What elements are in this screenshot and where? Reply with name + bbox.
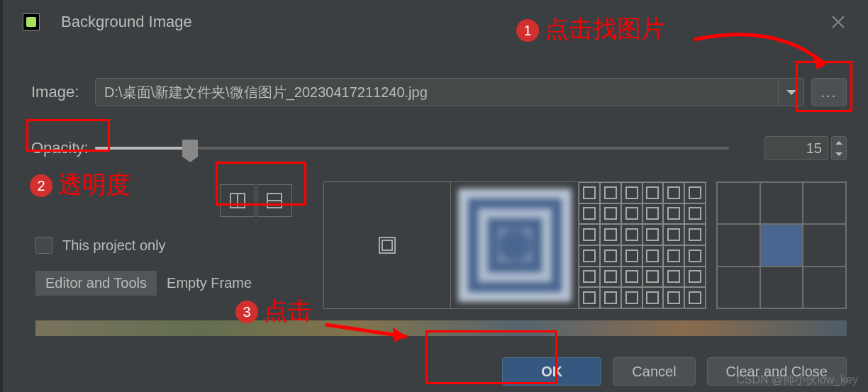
- anchor-r[interactable]: [803, 224, 846, 266]
- preview-strip: [35, 320, 847, 336]
- spinner-down-icon[interactable]: [832, 148, 846, 159]
- tab-editor-tools[interactable]: Editor and Tools: [35, 271, 157, 296]
- svg-marker-0: [813, 55, 825, 69]
- app-icon: [23, 13, 40, 30]
- anchor-tr[interactable]: [803, 182, 846, 224]
- blur-square-icon: [458, 189, 572, 302]
- annotation-text-1: 点击找图片: [545, 13, 665, 45]
- image-row: Image: D:\桌面\新建文件夹\微信图片_20230417211240.j…: [3, 78, 868, 106]
- preview-panels: [323, 181, 706, 309]
- opacity-spinner[interactable]: [831, 136, 847, 160]
- anchor-center[interactable]: [760, 224, 803, 266]
- project-only-label: This project only: [62, 237, 166, 254]
- cancel-button[interactable]: Cancel: [613, 357, 695, 386]
- project-only-checkbox[interactable]: [35, 237, 52, 254]
- close-icon[interactable]: [830, 14, 847, 31]
- fill-mode-center[interactable]: [323, 181, 451, 309]
- annotation-badge-1: 1: [516, 19, 539, 42]
- annotation-text-2: 透明度: [58, 169, 130, 201]
- anchor-br[interactable]: [803, 267, 846, 308]
- anchor-b[interactable]: [760, 267, 803, 308]
- annotation-badge-3: 3: [235, 301, 258, 323]
- image-label: Image:: [3, 83, 95, 101]
- chevron-down-icon[interactable]: [778, 79, 803, 106]
- split-horizontal-button[interactable]: [257, 184, 292, 217]
- tab-empty-frame[interactable]: Empty Frame: [157, 271, 262, 296]
- ok-button[interactable]: OK: [502, 357, 601, 386]
- title-bar: Background Image: [3, 0, 868, 35]
- anchor-l[interactable]: [717, 224, 760, 266]
- annotation-text-3: 点击: [264, 295, 312, 327]
- opacity-row: Opacity: 15: [3, 136, 868, 160]
- anchor-tl[interactable]: [717, 182, 760, 224]
- image-path-dropdown[interactable]: D:\桌面\新建文件夹\微信图片_20230417211240.jpg: [95, 78, 804, 106]
- fill-mode-tile[interactable]: [579, 181, 706, 309]
- opacity-label: Opacity:: [3, 139, 95, 157]
- opacity-slider[interactable]: [95, 147, 729, 150]
- annotation-badge-2: 2: [30, 174, 52, 197]
- image-path-value: D:\桌面\新建文件夹\微信图片_20230417211240.jpg: [104, 83, 428, 102]
- square-icon: [379, 237, 396, 254]
- spinner-up-icon[interactable]: [832, 137, 846, 148]
- opacity-value-input[interactable]: 15: [764, 136, 828, 160]
- tab-row: Editor and Tools Empty Frame: [35, 271, 305, 296]
- fill-mode-stretch[interactable]: [451, 181, 579, 309]
- window-title: Background Image: [61, 13, 192, 31]
- mid-section: This project only Editor and Tools Empty…: [3, 181, 868, 309]
- watermark: CSDN @帅小伙low_key: [736, 373, 858, 388]
- browse-button[interactable]: ...: [811, 78, 847, 106]
- split-vertical-button[interactable]: [220, 184, 255, 217]
- slider-thumb-icon[interactable]: [182, 140, 198, 157]
- anchor-t[interactable]: [760, 182, 803, 224]
- anchor-grid[interactable]: [716, 181, 847, 309]
- anchor-bl[interactable]: [717, 267, 760, 308]
